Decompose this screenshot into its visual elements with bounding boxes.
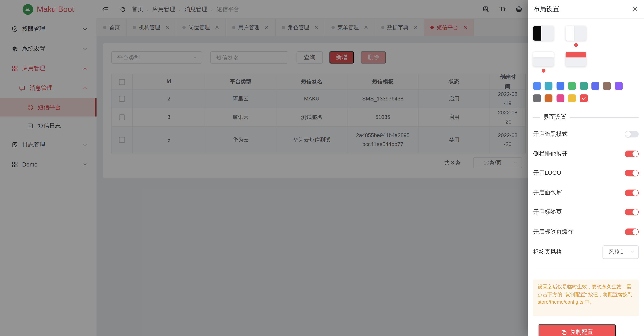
copy-icon	[561, 329, 567, 336]
setting-label: 开启面包屑	[533, 189, 562, 196]
theme-color-swatch[interactable]	[592, 82, 599, 90]
layout-selected-dot-icon	[542, 69, 545, 73]
setting-row-开启面包屑: 开启面包屑	[533, 183, 638, 202]
tab-style-row: 标签页风格 风格1	[533, 242, 638, 261]
theme-color-swatch[interactable]	[533, 94, 541, 102]
theme-color-swatch[interactable]	[580, 82, 588, 90]
toggle-switch[interactable]	[624, 209, 638, 215]
theme-color-swatch[interactable]	[580, 94, 588, 102]
layout-settings-drawer: 布局设置 ✕ 界面设置 开启暗黑模式侧栏排他展开开启LOGO开启面包屑开启标签页…	[528, 0, 644, 336]
tab-style-label: 标签页风格	[533, 248, 562, 256]
close-icon[interactable]: ✕	[632, 6, 638, 13]
theme-color-swatch[interactable]	[568, 94, 576, 102]
layout-dark-sidebar[interactable]	[533, 26, 554, 40]
preview-dark-sidebar	[533, 26, 541, 40]
divider	[533, 269, 639, 269]
setting-row-开启标签页缓存: 开启标签页缓存	[533, 222, 638, 241]
app-root: Maku Boot 权限管理系统设置应用管理消息管理短信平台短信日志日志管理De…	[0, 0, 644, 336]
layout-primary-topbar[interactable]	[566, 52, 586, 66]
layout-selected-dot-icon	[574, 43, 578, 47]
tab-style-select[interactable]: 风格1	[602, 245, 638, 259]
toggle-switch[interactable]	[624, 228, 638, 235]
drawer-title: 布局设置	[533, 5, 560, 13]
setting-row-开启LOGO: 开启LOGO	[533, 164, 638, 182]
toggle-knob	[632, 170, 638, 176]
setting-label: 开启暗黑模式	[533, 130, 568, 138]
check-icon	[581, 96, 586, 101]
settings-notice: 设置之后仅是临时生效，要想永久生效，需点击下方的 "复制配置" 按钮，将配置替换…	[533, 279, 639, 316]
section-title: 界面设置	[544, 114, 566, 121]
copy-config-button[interactable]: 复制配置	[538, 324, 616, 336]
layout-light-topbar[interactable]	[533, 52, 554, 66]
theme-color-swatch[interactable]	[615, 82, 622, 90]
tab-style-value: 风格1	[608, 248, 623, 256]
setting-row-开启标签页: 开启标签页	[533, 203, 638, 221]
toggle-switch[interactable]	[624, 131, 638, 137]
toggle-knob	[625, 131, 631, 137]
toggle-knob	[632, 209, 638, 215]
theme-color-swatch[interactable]	[545, 94, 552, 102]
setting-row-侧栏排他展开: 侧栏排他展开	[533, 144, 638, 163]
toggle-switch[interactable]	[624, 189, 638, 196]
toggle-knob	[632, 190, 638, 195]
layout-light-sidebar[interactable]	[566, 26, 586, 40]
preview-light-sidebar	[566, 26, 574, 40]
preview-light-topbar	[533, 52, 554, 57]
setting-label: 开启标签页缓存	[533, 228, 574, 235]
theme-color-swatch[interactable]	[545, 82, 552, 90]
toggle-knob	[632, 229, 638, 234]
setting-label: 开启LOGO	[533, 169, 561, 177]
toggle-knob	[632, 151, 638, 157]
chevron-down-icon	[630, 249, 634, 254]
theme-color-swatch[interactable]	[556, 82, 564, 90]
copy-config-label: 复制配置	[570, 329, 593, 336]
drawer-header: 布局设置 ✕	[528, 0, 644, 19]
setting-row-开启暗黑模式: 开启暗黑模式	[533, 125, 638, 144]
theme-color-swatch[interactable]	[603, 82, 611, 90]
setting-label: 侧栏排他展开	[533, 150, 568, 158]
theme-color-swatch[interactable]	[533, 82, 541, 90]
preview-primary-topbar	[566, 52, 586, 57]
setting-label: 开启标签页	[533, 208, 562, 216]
toggle-switch[interactable]	[624, 150, 638, 157]
theme-color-swatch[interactable]	[568, 82, 576, 90]
toggle-switch[interactable]	[624, 170, 638, 176]
interface-section-divider: 界面设置	[533, 114, 639, 121]
theme-color-swatch[interactable]	[556, 94, 564, 102]
